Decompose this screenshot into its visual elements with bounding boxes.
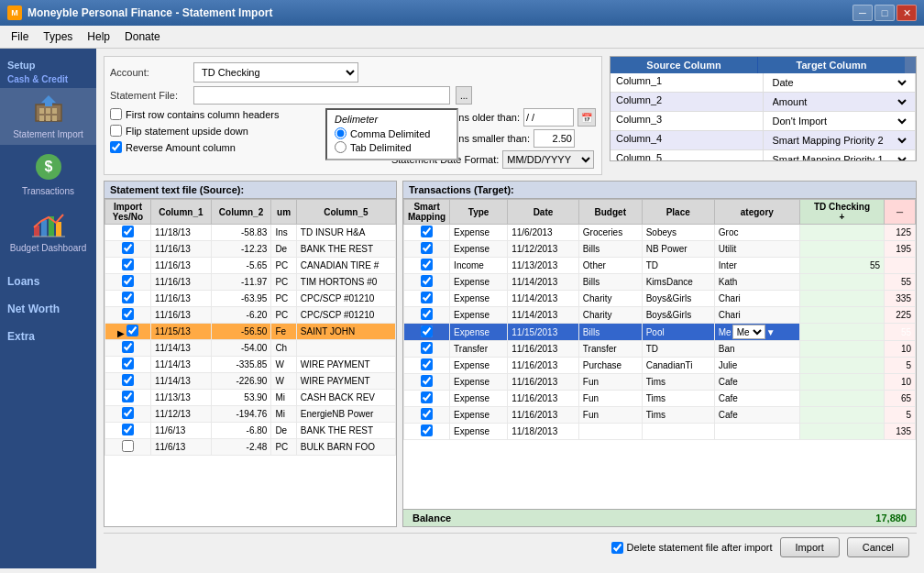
hide-smaller-input[interactable] [534,129,575,148]
src-import-cell[interactable] [105,439,151,456]
src-import-cell[interactable] [105,291,151,307]
sidebar-item-budget[interactable]: Budget Dashboard [0,202,96,259]
tgt-cat: Inter [714,258,799,274]
src-import-cell[interactable] [105,390,151,406]
tgt-sm-cell[interactable] [404,324,450,341]
sidebar-item-statement-import[interactable]: Statement Import [0,88,96,145]
sidebar-item-transactions[interactable]: $ Transactions [0,145,96,202]
menu-help[interactable]: Help [80,28,117,46]
smart-mapping-checkbox[interactable] [421,308,433,320]
import-checkbox[interactable] [122,391,134,402]
import-checkbox[interactable] [122,275,134,287]
smart-mapping-checkbox[interactable] [421,242,433,254]
import-checkbox[interactable] [122,358,134,369]
tgt-cat: Chari [714,291,799,307]
import-checkbox[interactable] [122,242,134,254]
src-import-cell[interactable] [105,423,151,439]
import-checkbox[interactable] [122,374,134,386]
reverse-amount-checkbox[interactable] [110,141,122,153]
smart-mapping-checkbox[interactable] [421,391,433,403]
col-target-0[interactable]: Date [764,73,917,92]
smart-mapping-checkbox[interactable] [421,259,433,270]
import-checkbox[interactable] [122,440,134,452]
import-checkbox[interactable] [122,424,134,435]
smart-mapping-checkbox[interactable] [421,292,433,303]
import-checkbox[interactable] [122,259,134,270]
tgt-sm-cell[interactable] [404,291,450,307]
tgt-sm-cell[interactable] [404,307,450,324]
tgt-minus: 55 [885,274,916,291]
import-checkbox[interactable] [122,341,134,353]
import-checkbox[interactable] [122,308,134,320]
smart-mapping-checkbox[interactable] [421,275,433,287]
src-import-cell[interactable] [105,406,151,423]
src-import-cell[interactable] [105,373,151,390]
date-format-select[interactable]: MM/DD/YYYY DD/MM/YYYY YYYY/MM/DD [502,150,594,169]
src-col3: PC [271,307,296,324]
sidebar-item-loans[interactable]: Loans [0,268,96,295]
tgt-sm-cell[interactable] [404,241,450,258]
smart-mapping-checkbox[interactable] [421,408,433,420]
import-checkbox[interactable] [122,407,134,419]
browse-button[interactable]: ... [456,86,472,105]
close-button[interactable]: ✕ [896,5,917,21]
src-import-cell[interactable] [105,274,151,291]
tgt-type: Income [450,258,508,274]
tgt-sm-cell[interactable] [404,407,450,424]
first-row-checkbox[interactable] [110,108,122,120]
minimize-button[interactable]: ─ [852,5,873,21]
tgt-sm-cell[interactable] [404,374,450,391]
statement-file-input[interactable]: C:\5\Statements\pcbanking (2).csv [193,86,450,105]
sidebar-item-extra[interactable]: Extra [0,323,96,350]
col-map-scrollbar[interactable] [905,57,916,73]
delimiter-panel: Delimeter Comma Delimited Tab Delimited [325,108,458,160]
tgt-minus: 335 [885,291,916,307]
delete-file-label[interactable]: Delete statement file after import [611,542,773,554]
tgt-sm-cell[interactable] [404,225,450,241]
import-checkbox[interactable] [122,292,134,303]
src-import-cell[interactable]: ▶ [105,324,151,340]
delete-file-checkbox[interactable] [611,542,623,554]
import-checkbox[interactable] [126,325,138,336]
menu-types[interactable]: Types [36,28,80,46]
col-target-2[interactable]: Don't Import [764,112,917,130]
tab-radio[interactable] [335,141,346,153]
menu-file[interactable]: File [4,28,36,46]
comma-radio[interactable] [335,127,346,139]
src-import-cell[interactable] [105,340,151,357]
tgt-sm-cell[interactable] [404,358,450,374]
tgt-sm-cell[interactable] [404,341,450,358]
smart-mapping-checkbox[interactable] [421,358,433,370]
smart-mapping-checkbox[interactable] [421,424,433,436]
cancel-button[interactable]: Cancel [847,537,909,557]
col-target-3[interactable]: Smart Mapping Priority 2 [764,131,917,149]
src-import-cell[interactable] [105,307,151,324]
import-checkbox[interactable] [122,226,134,237]
tgt-sm-cell[interactable] [404,258,450,274]
src-import-cell[interactable] [105,258,151,274]
tgt-sm-cell[interactable] [404,424,450,440]
src-import-cell[interactable] [105,241,151,258]
src-import-cell[interactable] [105,357,151,373]
src-import-cell[interactable] [105,225,151,241]
col-target-4[interactable]: Smart Mapping Priority 1 [764,150,917,160]
tgt-cat[interactable]: MeMe▼ [714,324,799,341]
sidebar-item-networth[interactable]: Net Worth [0,295,96,323]
smart-mapping-checkbox[interactable] [421,342,433,354]
account-select[interactable]: TD Checking [193,62,358,83]
source-table-scroll[interactable]: ImportYes/No Column_1 Column_2 um Column… [104,199,396,526]
import-button[interactable]: Import [780,537,840,557]
smart-mapping-checkbox[interactable] [421,375,433,387]
flip-statement-checkbox[interactable] [110,125,122,137]
menu-donate[interactable]: Donate [117,28,168,46]
hide-older-input[interactable] [523,108,574,127]
tgt-sm-cell[interactable] [404,274,450,291]
col-target-1[interactable]: Amount [764,93,917,111]
maximize-button[interactable]: □ [874,5,895,21]
target-table-scroll[interactable]: SmartMapping Type Date Budget Place ateg… [403,199,916,509]
smart-mapping-checkbox[interactable] [421,325,433,337]
calendar-button[interactable]: 📅 [578,108,596,127]
tgt-sm-cell[interactable] [404,391,450,407]
smart-mapping-checkbox[interactable] [421,226,433,237]
tgt-budget: Bills [578,241,642,258]
